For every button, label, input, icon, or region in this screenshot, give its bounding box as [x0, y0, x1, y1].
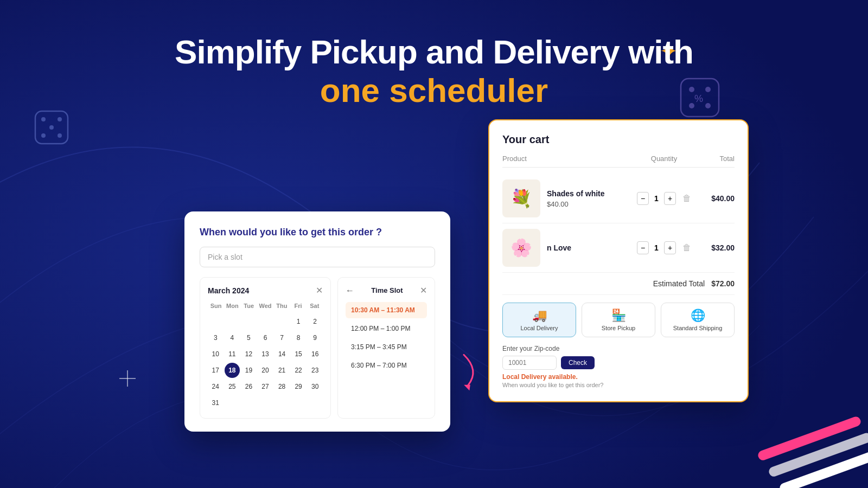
cal-day-4[interactable]: 4 — [225, 330, 240, 345]
standard-shipping-label: Standard Shipping — [666, 325, 730, 331]
cal-day-empty — [308, 395, 323, 410]
delivery-option-store[interactable]: 🏪 Store Pickup — [582, 303, 655, 337]
check-button[interactable]: Check — [561, 356, 595, 369]
day-header-sat: Sat — [307, 301, 323, 311]
day-header-tue: Tue — [241, 301, 257, 311]
store-pickup-icon: 🏪 — [586, 309, 650, 323]
cal-day-9[interactable]: 9 — [308, 330, 323, 345]
cart-item-2-image: 🌸 — [502, 229, 540, 267]
delivery-schedule-hint: When would you like to get this order? — [502, 382, 735, 388]
cart-item-2-qty-increase[interactable]: + — [664, 241, 676, 254]
cart-item-1-qty-increase[interactable]: + — [664, 192, 676, 205]
dice-icon-left — [33, 108, 71, 149]
cal-day-12[interactable]: 12 — [241, 346, 256, 362]
timeslot-item-2[interactable]: 12:00 PM – 1:00 PM — [346, 320, 427, 337]
estimated-total-value: $72.00 — [711, 279, 735, 288]
cart-item-2-qty-decrease[interactable]: − — [637, 241, 649, 254]
svg-point-5 — [41, 117, 46, 121]
cart-table-header: Product Quantity Total — [502, 155, 735, 168]
timeslot-item-3[interactable]: 3:15 PM – 3:45 PM — [346, 339, 427, 355]
cal-day-empty — [275, 395, 290, 410]
timeslot-item-1[interactable]: 10:30 AM – 11:30 AM — [346, 302, 427, 318]
svg-rect-3 — [778, 448, 868, 488]
cart-item-2-qty-value: 1 — [652, 243, 661, 252]
cal-day-6[interactable]: 6 — [258, 330, 273, 345]
delivery-option-shipping[interactable]: 🌐 Standard Shipping — [661, 303, 735, 337]
cal-day-11[interactable]: 11 — [225, 346, 240, 362]
cart-item-1-delete-icon[interactable]: 🗑 — [682, 194, 691, 203]
cart-item-1-total: $40.00 — [691, 194, 735, 203]
cal-day-3[interactable]: 3 — [208, 330, 223, 345]
timeslot-item-4[interactable]: 6:30 PM – 7:00 PM — [346, 357, 427, 374]
cal-day-28[interactable]: 28 — [275, 379, 290, 394]
zipcode-label: Enter your Zip-code — [502, 345, 735, 352]
cal-day-10[interactable]: 10 — [208, 346, 223, 362]
cal-day-17[interactable]: 17 — [208, 363, 223, 378]
calendar-box: March 2024 ✕ Sun Mon Tue Wed Thu Fri Sat… — [200, 277, 331, 419]
col-quantity-label: Quantity — [637, 155, 691, 163]
crosshair-icon — [119, 370, 136, 390]
cal-day-22[interactable]: 22 — [291, 363, 306, 378]
calendar-grid: 1234567891011121314151617181920212223242… — [208, 314, 323, 410]
calendar-close-button[interactable]: ✕ — [316, 285, 323, 296]
cart-item-2-name: n Love — [547, 243, 637, 252]
cal-day-empty — [241, 395, 256, 410]
cal-day-19[interactable]: 19 — [241, 363, 256, 378]
cal-day-14[interactable]: 14 — [275, 346, 290, 362]
cart-panel: Your cart Product Quantity Total 💐 Shade… — [488, 119, 749, 402]
cal-day-21[interactable]: 21 — [275, 363, 290, 378]
local-delivery-icon: 🚚 — [507, 309, 571, 323]
cal-day-18[interactable]: 18 — [225, 363, 240, 378]
timeslot-header: ← Time Slot ✕ — [346, 285, 427, 296]
cal-day-15[interactable]: 15 — [291, 346, 306, 362]
delivery-options: 🚚 Local Delivery 🏪 Store Pickup 🌐 Standa… — [502, 303, 735, 337]
cal-day-13[interactable]: 13 — [258, 346, 273, 362]
cal-day-26[interactable]: 26 — [241, 379, 256, 394]
delivery-option-local[interactable]: 🚚 Local Delivery — [502, 303, 576, 337]
cart-item-1: 💐 Shades of white $40.00 − 1 + 🗑 $40.00 — [502, 174, 735, 223]
cart-item-2-total: $32.00 — [691, 243, 735, 252]
cal-day-30[interactable]: 30 — [308, 379, 323, 394]
cal-day-27[interactable]: 27 — [258, 379, 273, 394]
cal-day-31[interactable]: 31 — [208, 395, 223, 410]
cart-item-2-delete-icon[interactable]: 🗑 — [682, 243, 691, 253]
cart-item-1-info: Shades of white $40.00 — [547, 189, 637, 208]
cart-item-1-name: Shades of white — [547, 189, 637, 198]
timeslot-back-button[interactable]: ← — [346, 286, 354, 296]
page-header: Simplify Pickup and Delivery with one sc… — [0, 33, 868, 110]
day-header-sun: Sun — [208, 301, 224, 311]
cal-day-20[interactable]: 20 — [258, 363, 273, 378]
cal-day-16[interactable]: 16 — [308, 346, 323, 362]
cal-day-empty — [291, 395, 306, 410]
svg-point-7 — [41, 133, 46, 138]
cart-item-2-qty-control: − 1 + 🗑 — [637, 241, 691, 254]
cal-day-8[interactable]: 8 — [291, 330, 306, 345]
cal-day-5[interactable]: 5 — [241, 330, 256, 345]
scheduler-panel: When would you like to get this order ? … — [184, 211, 450, 432]
delivery-available-text: Local Delivery available. — [502, 373, 735, 381]
cal-day-29[interactable]: 29 — [291, 379, 306, 394]
col-total-label: Total — [691, 155, 735, 163]
calendar-days-header: Sun Mon Tue Wed Thu Fri Sat — [208, 301, 323, 311]
cal-day-2[interactable]: 2 — [308, 314, 323, 329]
timeslot-box: ← Time Slot ✕ 10:30 AM – 11:30 AM 12:00 … — [337, 277, 435, 419]
cart-title: Your cart — [502, 133, 735, 146]
cal-day-23[interactable]: 23 — [308, 363, 323, 378]
cart-item-1-qty-decrease[interactable]: − — [637, 192, 649, 205]
cal-day-empty — [275, 314, 290, 329]
zipcode-input[interactable] — [502, 356, 557, 370]
cal-day-25[interactable]: 25 — [225, 379, 240, 394]
cal-day-24[interactable]: 24 — [208, 379, 223, 394]
cart-item-2: 🌸 n Love − 1 + 🗑 $32.00 — [502, 223, 735, 273]
day-header-wed: Wed — [257, 301, 273, 311]
cal-day-7[interactable]: 7 — [275, 330, 290, 345]
cal-day-1[interactable]: 1 — [291, 314, 306, 329]
col-product-label: Product — [502, 155, 637, 163]
scheduler-title: When would you like to get this order ? — [200, 227, 435, 238]
cart-item-1-price: $40.00 — [547, 200, 637, 208]
slot-input[interactable]: Pick a slot — [200, 247, 435, 267]
cart-estimated-total: Estimated Total $72.00 — [502, 273, 735, 295]
calendar-timeslot-row: March 2024 ✕ Sun Mon Tue Wed Thu Fri Sat… — [200, 277, 435, 419]
timeslot-close-button[interactable]: ✕ — [420, 285, 427, 296]
cal-day-empty — [225, 395, 240, 410]
